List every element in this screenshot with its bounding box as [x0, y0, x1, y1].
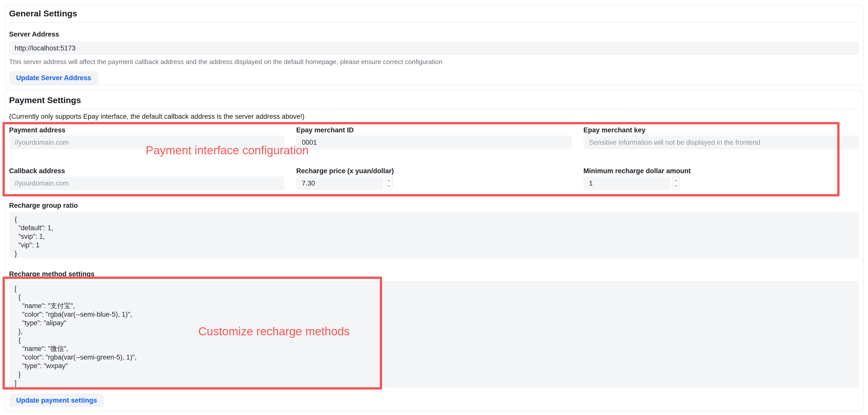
epay-merchant-key-field: Epay merchant key: [584, 127, 859, 149]
recharge-price-label: Recharge price (x yuan/dollar): [296, 168, 571, 175]
recharge-group-ratio-textarea[interactable]: { "default": 1, "svip": 1, "vip": 1 }: [9, 212, 859, 259]
payment-address-field: Payment address: [9, 127, 284, 149]
update-server-address-button[interactable]: Update Server Address: [9, 71, 98, 85]
update-payment-settings-button[interactable]: Update payment settings: [9, 393, 104, 407]
chevron-up-icon[interactable]: [388, 179, 391, 183]
payment-settings-card: Payment Settings (Currently only support…: [4, 90, 864, 411]
server-address-input[interactable]: [9, 41, 859, 55]
server-address-help: This server address will affect the paym…: [9, 58, 859, 65]
callback-address-field: Callback address: [9, 168, 284, 190]
callback-address-label: Callback address: [9, 168, 284, 175]
recharge-group-ratio-label: Recharge group ratio: [9, 202, 859, 209]
epay-merchant-id-label: Epay merchant ID: [296, 127, 571, 134]
min-recharge-stepper[interactable]: [673, 177, 680, 190]
divider: [9, 109, 859, 110]
chevron-up-icon[interactable]: [675, 179, 678, 183]
payment-fields-row-2: Callback address Recharge price (x yuan/…: [9, 168, 859, 190]
recharge-price-stepper[interactable]: [385, 177, 393, 190]
payment-settings-title: Payment Settings: [9, 95, 859, 106]
server-address-label: Server Address: [9, 31, 859, 38]
divider: [9, 22, 859, 23]
payment-address-input[interactable]: [9, 136, 284, 149]
general-settings-title: General Settings: [9, 8, 859, 19]
payment-fields-row-1: Payment address Epay merchant ID Epay me…: [9, 127, 859, 149]
callback-address-input[interactable]: [9, 177, 284, 190]
epay-merchant-key-input[interactable]: [584, 136, 859, 149]
recharge-price-field: Recharge price (x yuan/dollar): [296, 168, 571, 190]
recharge-method-settings-textarea[interactable]: [ { "name": "支付宝", "color": "rgba(var(--…: [9, 281, 859, 387]
epay-merchant-key-label: Epay merchant key: [584, 127, 859, 134]
min-recharge-input[interactable]: [584, 177, 671, 190]
chevron-down-icon[interactable]: [675, 184, 678, 187]
general-settings-card: General Settings Server Address This ser…: [4, 4, 864, 85]
payment-settings-note: (Currently only supports Epay interface,…: [9, 113, 859, 120]
chevron-down-icon[interactable]: [388, 184, 391, 187]
epay-merchant-id-input[interactable]: [296, 136, 571, 149]
recharge-method-settings-label: Recharge method settings: [9, 271, 859, 277]
min-recharge-label: Minimum recharge dollar amount: [584, 168, 859, 175]
payment-address-label: Payment address: [9, 127, 284, 134]
min-recharge-field: Minimum recharge dollar amount: [584, 168, 859, 190]
epay-merchant-id-field: Epay merchant ID: [296, 127, 571, 149]
recharge-price-input[interactable]: [296, 177, 383, 190]
